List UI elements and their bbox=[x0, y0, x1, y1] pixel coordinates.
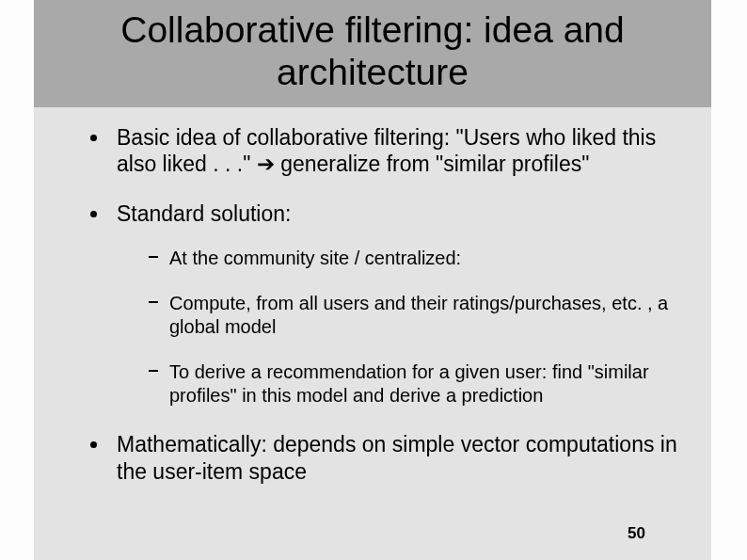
bullet-item: Basic idea of collaborative filtering: "… bbox=[90, 124, 679, 179]
bullet-list: Basic idea of collaborative filtering: "… bbox=[90, 124, 679, 486]
bullet-text: Standard solution: bbox=[117, 201, 291, 226]
sub-bullet-list: At the community site / centralized: Com… bbox=[117, 247, 679, 408]
slide-content: Basic idea of collaborative filtering: "… bbox=[34, 107, 711, 486]
slide-title: Collaborative filtering: idea and archit… bbox=[53, 9, 692, 94]
sub-bullet-item: To derive a recommendation for a given u… bbox=[149, 360, 679, 408]
bullet-item: Mathematically: depends on simple vector… bbox=[90, 431, 679, 486]
page-number: 50 bbox=[628, 524, 645, 543]
slide: Collaborative filtering: idea and archit… bbox=[34, 0, 711, 560]
sub-bullet-item: At the community site / centralized: bbox=[149, 247, 679, 271]
sub-bullet-item: Compute, from all users and their rating… bbox=[149, 292, 679, 340]
title-box: Collaborative filtering: idea and archit… bbox=[34, 0, 711, 107]
bullet-item: Standard solution: At the community site… bbox=[90, 200, 679, 408]
